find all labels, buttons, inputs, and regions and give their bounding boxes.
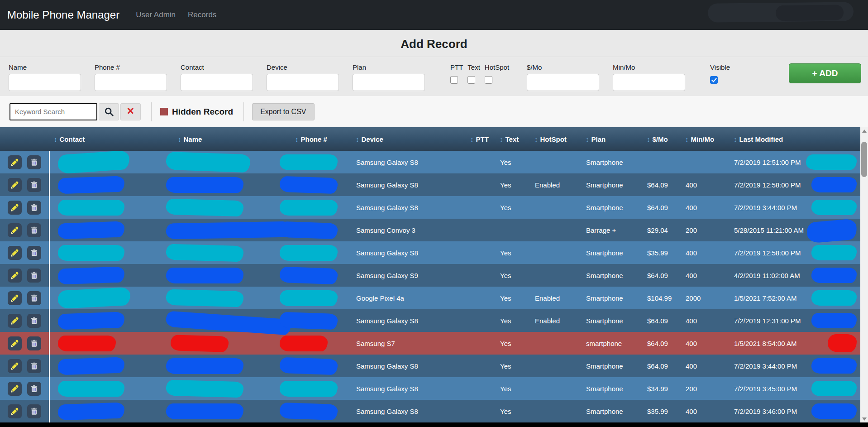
name-redacted-cell: [174, 400, 291, 422]
contact-input[interactable]: [181, 74, 253, 91]
last-modified-value: 5/28/2015 11:21:00 AM: [734, 226, 804, 234]
phone-input[interactable]: [95, 74, 167, 91]
edit-button[interactable]: [8, 155, 22, 169]
device-cell: Samsung Galaxy S8: [352, 377, 466, 400]
edit-button[interactable]: [8, 178, 22, 192]
delete-button[interactable]: [27, 178, 41, 192]
redaction-scribble: [57, 176, 124, 194]
column-header-plan[interactable]: ↕Plan: [582, 127, 643, 151]
redaction-scribble: [280, 381, 338, 397]
edit-button[interactable]: [8, 314, 22, 328]
row-actions: [0, 355, 50, 377]
column-header-contact[interactable]: ↕Contact: [50, 127, 174, 151]
delete-button[interactable]: [27, 291, 41, 305]
column-header-ptt[interactable]: ↕PTT: [466, 127, 496, 151]
delete-button[interactable]: [27, 336, 41, 350]
ptt-checkbox[interactable]: [450, 76, 458, 84]
scrollbar-thumb[interactable]: [861, 142, 867, 177]
search-button[interactable]: [99, 103, 119, 120]
device-cell: Samsung Galaxy S8: [352, 196, 466, 219]
redaction-scribble: [280, 154, 338, 170]
per-month-cell: $104.99: [643, 287, 681, 309]
plan-input[interactable]: [353, 74, 425, 91]
column-header-name[interactable]: ↕Name: [174, 127, 291, 151]
last-modified-value: 7/2/2019 12:58:00 PM: [734, 181, 801, 189]
phone-redacted-cell: [291, 241, 352, 264]
edit-button[interactable]: [8, 201, 22, 215]
min-per-month-cell: 400: [681, 332, 730, 355]
edit-button[interactable]: [8, 359, 22, 373]
delete-button[interactable]: [27, 269, 41, 283]
redaction-scribble: [806, 218, 858, 243]
phone-redacted-cell: [291, 332, 352, 355]
edit-button[interactable]: [8, 291, 22, 305]
hotspot-checkbox[interactable]: [485, 76, 492, 84]
redaction-scribble: [811, 358, 857, 374]
device-input[interactable]: [267, 74, 339, 91]
navbar: Mobile Phone Manager User Admin Records: [0, 0, 868, 30]
plan-cell: Barrage +: [582, 219, 643, 241]
device-cell: Samsung Galaxy S8: [352, 151, 466, 173]
delete-button[interactable]: [27, 404, 41, 418]
edit-button[interactable]: [8, 382, 22, 396]
redaction-scribble: [280, 290, 338, 306]
hotspot-cell: [530, 264, 582, 287]
trash-icon: [30, 362, 38, 370]
form-field-label: Min/Mo: [613, 63, 685, 71]
keyword-search-input[interactable]: [10, 103, 97, 120]
column-header-text[interactable]: ↕Text: [496, 127, 530, 151]
redaction-scribble: [166, 198, 244, 216]
hotspot-cell: Enabled: [530, 287, 582, 309]
nav-item-records[interactable]: Records: [188, 10, 216, 19]
bottom-edge: [0, 422, 868, 427]
delete-button[interactable]: [27, 359, 41, 373]
column-header-mo[interactable]: ↕$/Mo: [643, 127, 681, 151]
scroll-down-button[interactable]: [860, 415, 868, 422]
edit-button[interactable]: [8, 336, 22, 350]
name-redacted-cell: [174, 151, 291, 173]
clear-search-button[interactable]: ×: [120, 103, 141, 120]
column-header-last-modified[interactable]: ↕Last Modified: [730, 127, 860, 151]
per-month-cell: $35.99: [643, 400, 681, 422]
redaction-scribble: [58, 381, 124, 397]
text-cell: [496, 219, 530, 241]
delete-button[interactable]: [27, 155, 41, 169]
column-header-device[interactable]: ↕Device: [352, 127, 466, 151]
column-header-hotspot[interactable]: ↕HotSpot: [530, 127, 582, 151]
form-field-label: Contact: [181, 63, 253, 71]
hotspot-cell: [530, 219, 582, 241]
nav-item-user-admin[interactable]: User Admin: [136, 10, 176, 19]
edit-button[interactable]: [8, 269, 22, 283]
redacted-user-scribble: [708, 2, 854, 22]
column-header-phone[interactable]: ↕Phone #: [291, 127, 352, 151]
device-cell: Samsung Galaxy S8: [352, 400, 466, 422]
edit-button[interactable]: [8, 404, 22, 418]
scroll-up-button[interactable]: [860, 127, 868, 134]
delete-button[interactable]: [27, 246, 41, 260]
last-modified-cell: 7/2/2019 12:58:00 PM: [730, 241, 860, 264]
text-checkbox[interactable]: [467, 76, 475, 84]
name-redacted-cell: [174, 173, 291, 196]
edit-button[interactable]: [8, 223, 22, 237]
contact-redacted-cell: [50, 400, 174, 422]
table-scrollbar[interactable]: [860, 127, 868, 422]
delete-button[interactable]: [27, 223, 41, 237]
delete-button[interactable]: [27, 201, 41, 215]
last-modified-value: 7/2/2019 3:44:00 PM: [734, 362, 797, 370]
add-record-button[interactable]: + ADD: [789, 63, 861, 83]
visible-checkbox[interactable]: [710, 76, 718, 84]
edit-button[interactable]: [8, 246, 22, 260]
delete-button[interactable]: [27, 314, 41, 328]
min-mo-input[interactable]: [613, 74, 685, 91]
search-icon: [104, 107, 114, 117]
table-header-row: ↕Contact↕Name↕Phone #↕Device↕PTT↕Text↕Ho…: [0, 127, 860, 151]
row-actions: [0, 377, 50, 400]
mo-input[interactable]: [527, 74, 599, 91]
table-row: Google Pixel 4a Yes Enabled Smartphone $…: [0, 287, 860, 309]
export-to-csv-button[interactable]: Export to CSV: [252, 103, 314, 120]
name-input[interactable]: [9, 74, 81, 91]
delete-button[interactable]: [27, 382, 41, 396]
pencil-icon: [10, 226, 19, 235]
contact-redacted-cell: [50, 241, 174, 264]
column-header-min-mo[interactable]: ↕Min/Mo: [681, 127, 730, 151]
